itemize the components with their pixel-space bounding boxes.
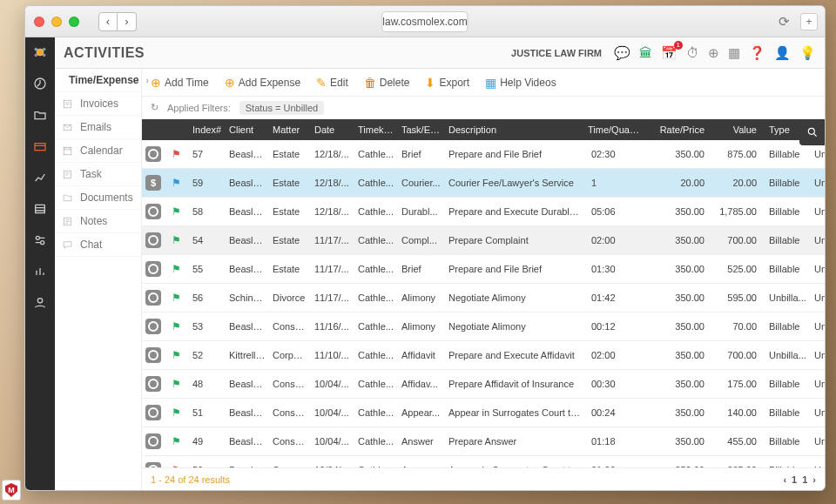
svg-rect-14 (64, 171, 71, 178)
cell (142, 427, 168, 456)
column-header[interactable]: Task/Expe (398, 119, 445, 140)
bank-icon[interactable]: 🏛 (639, 45, 652, 60)
url-bar[interactable]: law.cosmolex.com (381, 11, 468, 32)
help-icon[interactable]: ❓ (749, 45, 765, 61)
submenu-invoices[interactable]: Invoices (55, 92, 141, 116)
flag-icon[interactable]: ⚑ (172, 292, 181, 304)
cell: Unbilled (811, 284, 825, 312)
flag-icon[interactable]: ⚑ (172, 435, 181, 447)
cell: 140.00 (713, 399, 765, 427)
mcafee-badge[interactable]: M (2, 480, 21, 501)
flag-icon[interactable]: ⚑ (172, 464, 181, 467)
table-row[interactable]: ⚑51Beasle...Consul...10/04/...Cathle...A… (142, 399, 825, 427)
pager-prev[interactable]: ‹ (783, 474, 786, 485)
back-button[interactable]: ‹ (98, 12, 118, 31)
column-header[interactable]: Timekeep (354, 119, 398, 140)
column-header[interactable]: Date (311, 119, 354, 140)
new-tab-button[interactable]: + (800, 13, 818, 30)
flag-icon[interactable]: ⚑ (172, 234, 181, 246)
edit-button[interactable]: ✎Edit (316, 76, 348, 90)
ledger-icon[interactable] (30, 199, 50, 218)
folder-icon[interactable] (30, 105, 50, 124)
time-icon (145, 433, 161, 449)
minimize-window-icon[interactable] (51, 17, 62, 27)
cell: 11/10/... (311, 341, 354, 370)
flag-icon[interactable]: ⚑ (172, 205, 181, 218)
table-row[interactable]: ⚑58Beasle...Estate12/18/...Cathle...Dura… (142, 198, 825, 226)
add-circle-icon[interactable]: ⊕ (708, 45, 719, 61)
table-row[interactable]: ⚑49Beasle...Consul...10/04/...Cathle...A… (142, 427, 825, 456)
cell: Consul... (269, 312, 311, 341)
flag-icon[interactable]: ⚑ (172, 407, 181, 419)
cell: 10/04/... (311, 427, 354, 456)
submenu-time-expense[interactable]: Time/Expense › (55, 69, 141, 92)
column-header[interactable]: Index# (189, 119, 226, 140)
flag-icon[interactable]: ⚑ (172, 378, 181, 390)
pager-next[interactable]: › (812, 474, 816, 485)
submenu-calendar[interactable]: Calendar (55, 139, 141, 163)
filter-chip[interactable]: Status = Unbilled (239, 101, 324, 115)
profile-icon[interactable]: 👤 (774, 45, 791, 61)
table-row[interactable]: $⚑59Beasle...Estate12/18/...Cathle...Cou… (142, 169, 825, 198)
cell: 01:42 (584, 284, 652, 312)
activities-icon[interactable] (30, 137, 50, 156)
close-window-icon[interactable] (34, 17, 44, 27)
reports-icon[interactable] (30, 168, 50, 187)
table-row[interactable]: ⚑55Beasle...Estate11/17/...Cathle...Brie… (142, 255, 825, 284)
cell: Billable (765, 169, 811, 198)
app-logo-icon[interactable] (30, 43, 50, 62)
film-icon[interactable]: ▦ (728, 45, 740, 61)
calendar-header-icon[interactable]: 📅1 (661, 45, 678, 61)
submenu-emails[interactable]: Emails (55, 116, 141, 139)
flag-icon[interactable]: ⚑ (172, 349, 181, 361)
refresh-filters-icon[interactable]: ↻ (151, 102, 158, 113)
cell: Appear in Surrogates Court to... (445, 399, 584, 427)
table-row[interactable]: ⚑52Kittrell,...Corpor...11/10/...Cathle.… (142, 341, 825, 370)
expense-icon: $ (145, 175, 161, 191)
flag-icon[interactable]: ⚑ (172, 263, 181, 275)
flag-icon[interactable]: ⚑ (172, 320, 181, 333)
delete-button[interactable]: 🗑Delete (364, 76, 410, 90)
help-videos-button[interactable]: ▦Help Videos (485, 76, 556, 90)
lightbulb-icon[interactable]: 💡 (799, 45, 816, 61)
settings-icon[interactable] (30, 231, 50, 250)
column-header[interactable] (142, 119, 168, 140)
reload-icon[interactable]: ⟳ (779, 14, 790, 30)
submenu-documents[interactable]: Documents (55, 186, 141, 210)
user-icon[interactable] (30, 293, 50, 312)
chart-icon[interactable] (30, 262, 50, 281)
timer-icon[interactable]: ⏱ (686, 45, 699, 60)
column-header[interactable]: Time/Quantity (584, 119, 652, 140)
submenu-notes[interactable]: Notes (55, 210, 141, 233)
submenu-task[interactable]: Task (55, 163, 141, 186)
submenu-chat[interactable]: Chat (55, 233, 141, 257)
dashboard-icon[interactable] (30, 74, 50, 93)
search-panel-toggle[interactable] (799, 119, 826, 145)
table-row[interactable]: ⚑50Beasle...Consul...10/04/...Cathle...A… (142, 456, 825, 468)
flag-icon[interactable]: ⚑ (172, 148, 181, 160)
export-button[interactable]: ⬇Export (425, 76, 469, 90)
forward-button[interactable]: › (118, 12, 137, 31)
cell: Beasle... (226, 198, 269, 226)
table-row[interactable]: ⚑57Beasle...Estate12/18/...Cathle...Brie… (142, 140, 825, 169)
column-header[interactable]: Rate/Price (652, 119, 713, 140)
flag-icon[interactable]: ⚑ (172, 177, 181, 189)
maximize-window-icon[interactable] (69, 17, 79, 27)
column-header[interactable]: Client (226, 119, 269, 140)
table-row[interactable]: ⚑53Beasle...Consul...11/16/...Cathle...A… (142, 312, 825, 341)
table-row[interactable]: ⚑48Beasle...Consul...10/04/...Cathle...A… (142, 370, 825, 399)
chat-bubble-icon[interactable]: 💬 (614, 45, 630, 61)
table-row[interactable]: ⚑56Schindl...Divorce11/17/...Cathle...Al… (142, 284, 825, 312)
time-icon (145, 261, 161, 277)
table-row[interactable]: ⚑54Beasle...Estate11/17/...Cathle...Comp… (142, 226, 825, 255)
column-header[interactable]: Description (445, 119, 584, 140)
cell: ⚑ (168, 255, 189, 284)
column-header[interactable]: Matter (269, 119, 311, 140)
cell (142, 284, 168, 312)
cell: Affidav... (398, 370, 445, 399)
add-time-button[interactable]: ⊕Add Time (151, 76, 209, 90)
column-header[interactable] (168, 119, 189, 140)
cell: 11/17/... (311, 255, 354, 284)
add-expense-button[interactable]: ⊕Add Expense (225, 76, 300, 90)
column-header[interactable]: Value (713, 119, 765, 140)
